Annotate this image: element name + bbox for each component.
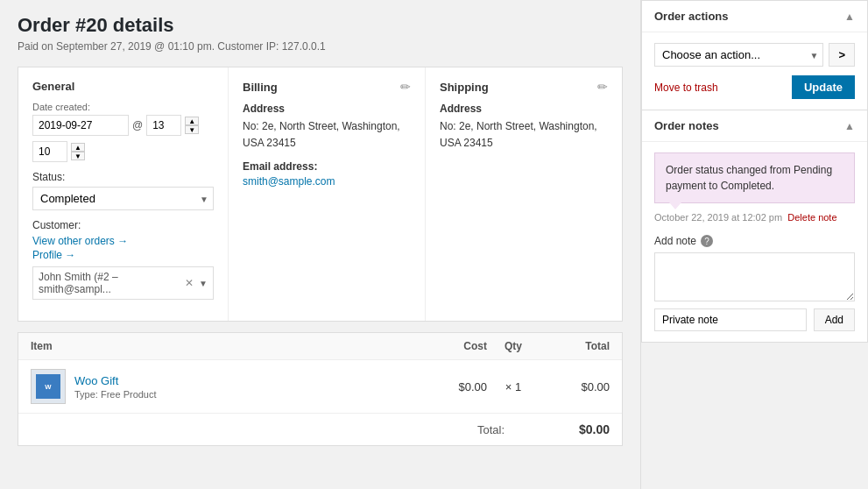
svg-text:W: W [45,383,52,391]
billing-header: Billing [243,81,278,94]
shipping-edit-icon[interactable]: ✏ [597,80,608,94]
order-actions-header: Order actions [654,10,729,23]
shipping-address-value: No: 2e, North Street, Washington, USA 23… [440,118,608,152]
hour-input[interactable] [146,115,181,136]
shipping-header: Shipping [440,81,489,94]
add-note-help-icon[interactable]: ? [701,235,713,247]
date-created-label: Date created: [32,102,214,112]
date-input[interactable] [32,115,129,136]
note-type-select[interactable]: Private note Note to customer [654,308,807,331]
delete-note-link[interactable]: Delete note [787,212,836,223]
add-note-button[interactable]: Add [814,308,855,331]
order-note-meta: October 22, 2019 at 12:02 pm Delete note [654,212,855,223]
billing-email-label: Email address: [243,160,411,173]
update-button[interactable]: Update [792,75,855,99]
order-note-text: Order status changed from Pending paymen… [666,164,832,192]
item-cost: $0.00 [417,380,487,393]
item-total: $0.00 [540,380,610,393]
page-subtitle: Paid on September 27, 2019 @ 01:10 pm. C… [18,40,623,53]
billing-address-value: No: 2e, North Street, Washington, USA 23… [243,118,411,152]
total-value: $0.00 [557,422,610,436]
order-actions-collapse-icon[interactable]: ▲ [844,11,855,23]
item-name-link[interactable]: Woo Gift [74,374,118,387]
items-col-item-header: Item [31,340,417,352]
shipping-address-label: Address [440,103,608,115]
billing-address-label: Address [243,103,411,115]
customer-select-arrow-icon[interactable]: ▼ [199,279,208,288]
order-note-bubble: Order status changed from Pending paymen… [654,152,855,203]
customer-label: Customer: [32,219,214,231]
item-qty: × 1 [487,380,540,393]
hour-up-button[interactable]: ▲ [185,117,199,125]
item-type: Type: Free Product [74,389,417,400]
minute-up-button[interactable]: ▲ [71,143,85,152]
minute-input[interactable] [32,141,67,162]
profile-link[interactable]: Profile → [32,249,214,261]
move-to-trash-link[interactable]: Move to trash [654,82,718,94]
note-textarea[interactable] [654,252,855,301]
order-notes-collapse-icon[interactable]: ▲ [844,120,855,132]
items-col-qty-header: Qty [487,340,540,352]
add-note-label: Add note [654,235,696,247]
item-thumbnail: W [31,369,66,404]
general-header: General [32,80,74,93]
items-col-cost-header: Cost [417,340,487,352]
billing-edit-icon[interactable]: ✏ [400,80,411,94]
action-select[interactable]: Choose an action... [654,43,823,67]
hour-down-button[interactable]: ▼ [185,125,199,134]
status-select[interactable]: Pending payment Processing On hold Compl… [32,187,214,210]
order-note-date: October 22, 2019 at 12:02 pm [654,212,782,223]
customer-tag-text: John Smith (#2 – smith@sampl... [39,271,185,295]
status-label: Status: [32,171,214,183]
items-col-total-header: Total [540,340,610,352]
at-sign: @ [132,119,143,131]
minute-down-button[interactable]: ▼ [71,152,85,160]
view-other-orders-link[interactable]: View other orders → [32,235,214,247]
order-notes-header: Order notes [654,119,719,132]
table-row: W Woo Gift Type: Free Product $0.00 × 1 … [18,360,622,414]
customer-remove-icon[interactable]: ✕ [185,277,194,289]
action-go-button[interactable]: > [829,43,855,67]
total-label: Total: [477,423,505,436]
billing-email-link[interactable]: smith@sample.com [243,175,335,188]
page-title: Order #20 details [18,14,623,37]
